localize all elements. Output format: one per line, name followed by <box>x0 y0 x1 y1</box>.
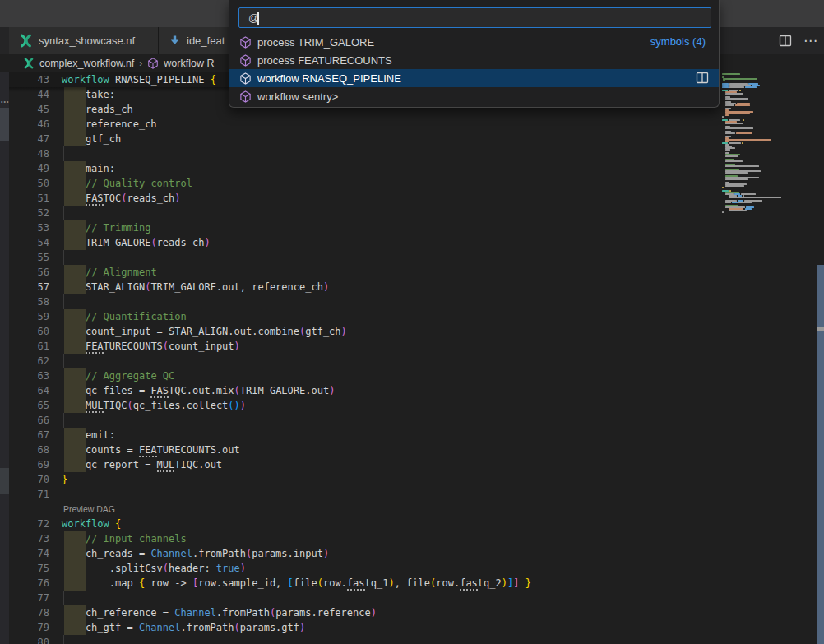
code-line[interactable]: 76 .map { row -> [row.sample_id, [file(r… <box>0 576 720 591</box>
tab-syntax-showcase[interactable]: syntax_showcase.nf <box>9 27 159 54</box>
code-text: } <box>62 472 67 487</box>
code-line[interactable]: 66 <box>0 413 720 428</box>
code-line[interactable]: 80 <box>0 635 720 644</box>
minimap-line <box>725 93 743 95</box>
minimap-line <box>725 132 735 134</box>
code-line[interactable]: 72workflow { <box>0 517 720 531</box>
tab-label: ide_feat <box>187 35 225 47</box>
breadcrumb-file[interactable]: complex_workflow.nf <box>39 58 134 69</box>
line-number: 49 <box>23 161 49 176</box>
code-text: ch_reference = Channel.fromPath(params.r… <box>62 605 377 620</box>
breadcrumb-symbol[interactable]: workflow R <box>164 58 214 69</box>
minimap-line <box>725 123 743 124</box>
code-area[interactable]: 43workflow RNASEQ_PIPELINE {44 take:45 r… <box>0 72 720 644</box>
line-number: 69 <box>23 457 49 472</box>
code-line[interactable]: 57 STAR_ALIGN(TRIM_GALORE.out, reference… <box>0 280 720 294</box>
code-line[interactable]: 73 // Input channels <box>0 531 720 546</box>
indent-guide <box>63 635 64 644</box>
code-line[interactable]: 49 main: <box>0 161 720 176</box>
quickopen-item-label: process FEATURECOUNTS <box>257 54 392 67</box>
code-line[interactable]: 64 qc_files = FASTQC.out.mix(TRIM_GALORE… <box>0 383 720 398</box>
open-to-side-icon[interactable] <box>696 72 709 84</box>
code-line[interactable]: 63 // Aggregate QC <box>0 368 720 383</box>
minimap-line <box>725 160 743 162</box>
code-line[interactable]: 77 <box>0 591 720 605</box>
codelens-row: Preview DAG <box>0 502 720 517</box>
code-line[interactable]: 47 gtf_ch <box>0 132 720 146</box>
editor-pane[interactable]: 43workflow RNASEQ_PIPELINE {44 take:45 r… <box>0 72 824 644</box>
more-actions-icon[interactable]: ⋯ <box>803 37 817 45</box>
nextflow-logo-icon <box>23 58 35 69</box>
code-line[interactable]: 58 <box>0 294 720 309</box>
codelens-preview-dag[interactable]: Preview DAG <box>63 502 115 517</box>
minimap-line <box>729 210 747 211</box>
line-number: 53 <box>23 220 49 235</box>
code-line[interactable]: 53 // Trimming <box>0 220 720 235</box>
quickopen-item[interactable]: workflow RNASEQ_PIPELINE <box>229 69 719 87</box>
quickopen-item[interactable]: workflow <entry> <box>229 87 719 105</box>
quick-open-input-box[interactable] <box>238 7 711 28</box>
code-text: FEATURECOUNTS(count_input) <box>62 339 240 354</box>
line-number: 50 <box>23 176 49 191</box>
split-editor-icon[interactable] <box>779 35 792 47</box>
minimap-line <box>735 104 750 106</box>
line-number: 78 <box>23 605 49 620</box>
code-text: take: <box>62 87 115 102</box>
minimap-line <box>725 98 748 100</box>
line-number: 63 <box>23 368 49 383</box>
code-line[interactable]: 52 <box>0 206 720 220</box>
code-text: qc_report = MULTIQC.out <box>62 457 222 472</box>
code-line[interactable]: 46 reference_ch <box>0 117 720 132</box>
code-text: main: <box>62 161 115 176</box>
code-line[interactable]: 51 FASTQC(reads_ch) <box>0 191 720 206</box>
text-caret <box>257 12 259 25</box>
line-number: 71 <box>23 487 49 502</box>
code-line[interactable]: 59 // Quantification <box>0 309 720 324</box>
line-number: 54 <box>23 235 49 250</box>
code-line[interactable]: 68 counts = FEATURECOUNTS.out <box>0 442 720 457</box>
code-line[interactable]: 48 <box>0 146 720 161</box>
code-line[interactable]: 71 <box>0 487 720 502</box>
minimap-line <box>725 155 738 157</box>
code-line[interactable]: 61 FEATURECOUNTS(count_input) <box>0 339 720 354</box>
quickopen-item[interactable]: process TRIM_GALOREsymbols (4) <box>229 33 719 51</box>
code-line[interactable]: 56 // Alignment <box>0 265 720 280</box>
minimap[interactable] <box>722 73 804 320</box>
code-line[interactable]: 79 ch_gtf = Channel.fromPath(params.gtf) <box>0 620 720 635</box>
code-text: workflow RNASEQ_PIPELINE { <box>62 72 216 87</box>
minimap-line <box>725 149 730 151</box>
strip-decoration-bottom <box>0 468 9 494</box>
code-line[interactable]: 62 <box>0 354 720 368</box>
code-line[interactable]: 50 // Quality control <box>0 176 720 191</box>
minimap-line <box>722 73 740 75</box>
tab-ide-features[interactable]: ide_feat <box>159 27 229 54</box>
code-line[interactable]: 67 emit: <box>0 428 720 442</box>
indent-guide <box>63 413 64 428</box>
code-line[interactable]: 65 MULTIQC(qc_files.collect()) <box>0 398 720 413</box>
code-text: STAR_ALIGN(TRIM_GALORE.out, reference_ch… <box>62 280 329 294</box>
quick-open-input[interactable] <box>239 8 711 27</box>
quick-open-widget: process TRIM_GALOREsymbols (4) process F… <box>229 0 720 108</box>
vertical-scrollbar[interactable] <box>817 265 824 644</box>
code-line[interactable]: 54 TRIM_GALORE(reads_ch) <box>0 235 720 250</box>
symbols-count-link[interactable]: symbols (4) <box>650 35 706 48</box>
code-line[interactable]: 70} <box>0 472 720 487</box>
code-text: workflow { <box>62 517 121 531</box>
code-line[interactable]: 69 qc_report = MULTIQC.out <box>0 457 720 472</box>
code-line[interactable]: 78 ch_reference = Channel.fromPath(param… <box>0 605 720 620</box>
code-line[interactable]: 60 count_input = STAR_ALIGN.out.combine(… <box>0 324 720 339</box>
quickopen-item[interactable]: process FEATURECOUNTS <box>229 51 719 69</box>
code-line[interactable]: 55 <box>0 250 720 265</box>
code-line[interactable]: 74 ch_reads = Channel.fromPath(params.in… <box>0 546 720 561</box>
code-text: .map { row -> [row.sample_id, [file(row.… <box>62 576 531 591</box>
line-number: 62 <box>23 354 49 368</box>
left-gutter-strip: ••• <box>0 72 9 644</box>
minimap-line <box>742 142 743 144</box>
line-number: 64 <box>23 383 49 398</box>
strip-dots-decoration: ••• <box>1 99 9 104</box>
code-line[interactable]: 75 .splitCsv(header: true) <box>0 561 720 576</box>
minimap-line <box>722 86 729 88</box>
quickopen-item-label: process TRIM_GALORE <box>257 36 374 49</box>
tab-label: syntax_showcase.nf <box>39 35 135 47</box>
line-number: 56 <box>23 265 49 280</box>
